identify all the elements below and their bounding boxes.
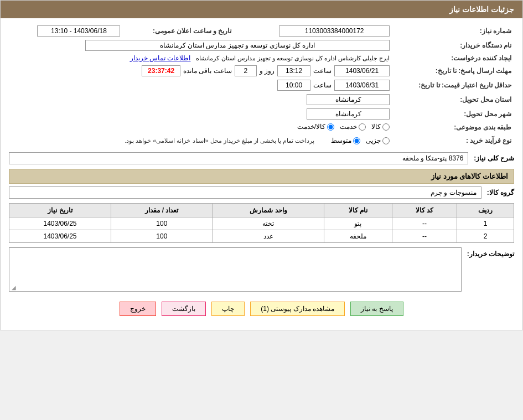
- cell-code: --: [392, 217, 457, 230]
- category-kala-label: کالا: [371, 123, 381, 131]
- creator-label: ایجاد کننده درخواست:: [392, 53, 514, 64]
- deadline-row: 1403/06/21 ساعت 13:12 روز و 2 ساعت باقی …: [12, 65, 390, 76]
- announce-datetime-value: 1403/06/18 - 13:10: [37, 25, 120, 37]
- cell-name: ملحفه: [324, 230, 392, 242]
- bottom-buttons: پاسخ به نیاز مشاهده مدارک پیوستی (1) چاپ…: [9, 296, 514, 324]
- info-table: شماره نیاز: 1103003384000172 تاریخ و ساع…: [9, 24, 514, 148]
- back-button[interactable]: بازگشت: [162, 302, 206, 316]
- category-khadamat-item: خدمت: [340, 123, 366, 131]
- creator-value: ایرج جلیلی کارشناس اداره کل نوسازی توسعه…: [196, 55, 390, 61]
- purchase-jozvi-radio[interactable]: [382, 137, 390, 144]
- deadline-timer: 23:37:42: [142, 65, 180, 76]
- category-label: طبقه بندی موضوعی:: [392, 121, 514, 134]
- deadline-days: 2: [235, 65, 257, 76]
- cell-unit: عدد: [213, 230, 324, 242]
- deadline-remaining-label: ساعت باقی مانده: [183, 67, 232, 75]
- purchase-motavaset-radio[interactable]: [353, 137, 360, 144]
- validity-date: 1403/06/31: [334, 80, 390, 91]
- province-label: استان محل تحویل:: [392, 92, 514, 107]
- cell-unit: تخته: [213, 217, 324, 230]
- goods-table: ردیف کد کالا نام کالا واحد شمارش تعداد /…: [9, 203, 514, 243]
- need-description-section: شرح کلی نیاز: 8376 پتو-متکا و ملحفه: [9, 152, 514, 164]
- col-code: کد کالا: [392, 203, 457, 217]
- cell-row: 1: [457, 217, 514, 230]
- cell-row: 2: [457, 230, 514, 242]
- cell-date: 1403/06/25: [9, 230, 111, 242]
- category-khadamat-label: خدمت: [340, 123, 357, 131]
- main-content: شماره نیاز: 1103003384000172 تاریخ و ساع…: [1, 18, 522, 330]
- page-title: جزئیات اطلاعات نیاز: [449, 5, 514, 14]
- goods-info-header: اطلاعات کالاهای مورد نیاز: [9, 169, 514, 184]
- deadline-days-label: روز و: [260, 67, 275, 75]
- category-kala-khadamat-label: کالا/خدمت: [297, 123, 325, 131]
- city-value: کرمانشاه: [307, 108, 390, 120]
- col-row: ردیف: [457, 203, 514, 217]
- goods-group-label: گروه کالا:: [487, 189, 514, 196]
- validity-time: 10:00: [277, 80, 310, 91]
- deadline-label: مهلت ارسال پاسخ: تا تاریخ:: [392, 64, 514, 78]
- goods-group-value: منسوجات و چرم: [9, 186, 481, 199]
- purchase-jozvi-item: جزیی: [366, 137, 390, 144]
- province-value: کرمانشاه: [307, 94, 390, 105]
- col-qty: تعداد / مقدار: [111, 203, 213, 217]
- reply-button[interactable]: پاسخ به نیاز: [350, 302, 403, 316]
- contact-link[interactable]: اطلاعات تماس خریدار: [130, 54, 191, 62]
- category-kala-khadamat-radio[interactable]: [327, 123, 334, 131]
- cell-code: --: [392, 230, 457, 242]
- exit-button[interactable]: خروج: [120, 302, 156, 316]
- payment-note: پرداخت تمام یا بخشی از مبلغ خریداز محل «…: [125, 137, 314, 144]
- notes-section: توضیحات خریدار: ◢: [9, 247, 514, 292]
- cell-qty: 100: [111, 230, 213, 242]
- buyer-name-label: نام دستگاه خریدار:: [392, 38, 514, 53]
- resize-handle[interactable]: ◢: [11, 284, 16, 290]
- buyer-notes-box: ◢: [9, 247, 462, 292]
- city-label: شهر محل تحویل:: [392, 107, 514, 121]
- cell-date: 1403/06/25: [9, 217, 111, 230]
- purchase-motavaset-item: متوسط: [331, 137, 360, 144]
- buyer-name-value: اداره کل نوسازی توسعه و تجهیز مدارس استا…: [85, 40, 390, 51]
- purchase-type-group: جزیی متوسط پرداخت تمام یا بخشی از مبلغ خ…: [125, 136, 390, 146]
- validity-label: حداقل تاریخ اعتبار قیمت: تا تاریخ:: [392, 78, 514, 92]
- category-kala-radio[interactable]: [382, 123, 390, 131]
- purchase-jozvi-label: جزیی: [366, 137, 381, 144]
- cell-qty: 100: [111, 217, 213, 230]
- page-header: جزئیات اطلاعات نیاز: [1, 1, 522, 18]
- category-group: کالا خدمت کالا/خدمت: [297, 123, 390, 131]
- page-wrapper: جزئیات اطلاعات نیاز شماره نیاز: 11030033…: [0, 0, 523, 330]
- need-description-label: شرح کلی نیاز:: [474, 154, 514, 162]
- need-number-value: 1103003384000172: [279, 25, 390, 37]
- purchase-type-label: نوع فرآیند خرید :: [392, 134, 514, 148]
- cell-name: پتو: [324, 217, 392, 230]
- deadline-time-label: ساعت: [313, 67, 332, 75]
- goods-group-row: گروه کالا: منسوجات و چرم: [9, 186, 514, 199]
- announce-datetime-label: تاریخ و ساعت اعلان عمومی:: [123, 24, 242, 38]
- need-number-label: شماره نیاز:: [392, 24, 514, 38]
- deadline-time: 13:12: [277, 65, 310, 76]
- need-description-box: 8376 پتو-متکا و ملحفه: [9, 152, 468, 164]
- table-row: 2--ملحفهعدد1001403/06/25: [9, 230, 514, 242]
- col-unit: واحد شمارش: [213, 203, 324, 217]
- view-docs-button[interactable]: مشاهده مدارک پیوستی (1): [250, 302, 345, 316]
- category-kala-khadamat-item: کالا/خدمت: [297, 123, 334, 131]
- category-kala-item: کالا: [371, 123, 390, 131]
- category-khadamat-radio[interactable]: [359, 123, 366, 131]
- validity-row: 1403/06/31 ساعت 10:00: [12, 80, 390, 91]
- need-description-value: 8376 پتو-متکا و ملحفه: [402, 154, 464, 162]
- buyer-notes-label: توضیحات خریدار:: [467, 247, 514, 258]
- print-button[interactable]: چاپ: [211, 302, 245, 316]
- col-date: تاریخ نیاز: [9, 203, 111, 217]
- purchase-motavaset-label: متوسط: [331, 137, 351, 144]
- col-name: نام کالا: [324, 203, 392, 217]
- validity-time-label: ساعت: [313, 81, 332, 89]
- table-row: 1--پتوتخته1001403/06/25: [9, 217, 514, 230]
- deadline-date: 1403/06/21: [334, 65, 390, 76]
